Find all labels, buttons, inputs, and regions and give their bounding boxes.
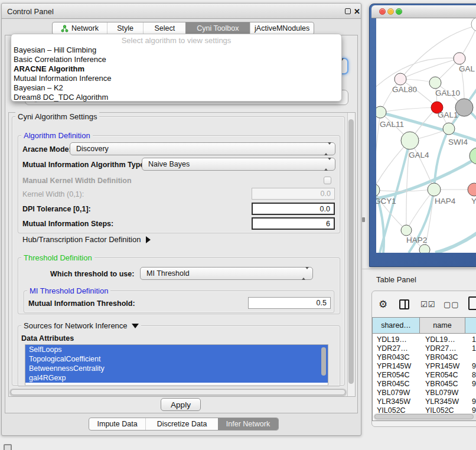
tab-discretize-data[interactable]: Discretize Data (145, 418, 218, 430)
dpi-tolerance-field[interactable]: 0.0 (252, 203, 335, 215)
tab-jactivemnodules[interactable]: jActiveMNodules (250, 22, 314, 34)
page-icon[interactable] (468, 296, 476, 310)
table-row[interactable]: YBL079WYBL079W (373, 388, 476, 397)
tab-infer-network[interactable]: Infer Network (218, 418, 278, 430)
node-bottom-partial[interactable] (419, 244, 430, 253)
close-icon[interactable]: ✕ (354, 7, 360, 16)
mi-threshold-field[interactable]: 0.5 (248, 297, 331, 309)
attributes-vscrollbar-thumb[interactable] (321, 347, 326, 376)
hub-definition-expander[interactable]: Hub/Transcription Factor Definition (22, 235, 151, 244)
list-item-topologicalcoefficient[interactable]: TopologicalCoefficient (25, 354, 328, 364)
stepper-arrows-icon (324, 145, 331, 153)
tab-select[interactable]: Select (143, 22, 185, 34)
table-panel-divider (362, 269, 476, 269)
mi-type-label: Mutual Information Algorithm Type: (22, 161, 146, 169)
control-panel-title: Control Panel (7, 7, 54, 16)
node-label: GAL (459, 64, 475, 73)
threshold-definition-title: Threshold Definition (21, 253, 94, 262)
node-gal80[interactable] (395, 73, 406, 85)
node-gal11[interactable] (376, 106, 386, 118)
column-header-name[interactable]: name (420, 318, 465, 333)
node-swi4[interactable] (443, 123, 455, 135)
columns-icon[interactable] (399, 299, 409, 309)
aracne-mode-combo[interactable]: Discovery (70, 142, 335, 155)
network-graph: GAL GAL80 GAL10 GAL1 GAL11 SWI4 GAL4 GCY… (376, 18, 476, 253)
tab-network[interactable]: Network (53, 22, 107, 34)
list-item-selfloops[interactable]: SelfLoops (25, 345, 328, 354)
network-canvas[interactable]: GAL GAL80 GAL10 GAL1 GAL11 SWI4 GAL4 GCY… (376, 18, 476, 253)
algorithm-dropdown: Select algorithm to view settings Bayesi… (11, 34, 342, 102)
dropdown-item-bayesian-k2[interactable]: Bayesian – K2 (11, 83, 341, 93)
node-hap2[interactable] (401, 225, 412, 236)
column-header-shared-name[interactable]: shared… (373, 318, 420, 333)
dropdown-item-aracne[interactable]: ARACNE Algorithm (11, 64, 341, 74)
expand-right-icon (146, 236, 151, 243)
mi-threshold-group-title: MI Threshold Definition (27, 286, 110, 295)
node-salmon[interactable] (468, 183, 476, 196)
settings-hscrollbar-thumb[interactable] (11, 389, 345, 395)
list-item-gal4rgexp[interactable]: gal4RGexp (25, 373, 328, 383)
control-panel-tabbar: Network Style Select Cyni Toolbox jActiv… (52, 22, 314, 35)
tab-cyni-toolbox[interactable]: Cyni Toolbox (185, 22, 250, 34)
table-row[interactable]: YPR145WYPR145W9. (373, 361, 476, 370)
node-label: Y (471, 197, 476, 206)
node-gal4[interactable] (401, 132, 419, 149)
list-item-betweennesscentrality[interactable]: BetweennessCentrality (25, 364, 328, 373)
node-label: SWI4 (448, 138, 468, 146)
table-row[interactable]: YDL19…YDL19…13 (373, 335, 476, 344)
tab-style[interactable]: Style (107, 22, 143, 34)
bottom-tabbar: Impute Data Discretize Data Infer Networ… (89, 418, 279, 431)
minimize-traffic-light-icon[interactable] (387, 8, 394, 15)
close-traffic-light-icon[interactable] (379, 8, 386, 15)
deselect-all-icon[interactable]: ▢▢ (444, 300, 459, 309)
dropdown-placeholder: Select algorithm to view settings (11, 36, 341, 45)
apply-button[interactable]: Apply (161, 398, 201, 411)
node-gal10[interactable] (429, 77, 441, 89)
dropdown-item-mutual-information[interactable]: Mutual Information Inference (11, 74, 341, 83)
table-row[interactable]: YBR045CYBR045C9. (373, 379, 476, 388)
table-row[interactable]: YLR345WYLR345W9. (373, 397, 476, 406)
node-label: GAL80 (392, 85, 417, 94)
table-panel-title: Table Panel (376, 275, 416, 284)
data-attributes-label: Data Attributes (21, 334, 74, 343)
dpi-tolerance-label: DPI Tolerance [0,1]: (22, 205, 91, 213)
gear-icon[interactable]: ⚙ (379, 298, 387, 311)
panel-splitter-handle[interactable] (362, 217, 365, 222)
control-panel-titlebar[interactable] (2, 4, 361, 19)
dropdown-item-bayesian-hill-climbing[interactable]: Bayesian – Hill Climbing (11, 45, 341, 55)
tab-network-label: Network (71, 24, 99, 32)
node-gcy1[interactable] (376, 184, 380, 197)
node-label: GAL11 (380, 120, 404, 129)
node-label: GAL10 (435, 89, 460, 97)
table-row[interactable]: YER054CYER054C8. (373, 370, 476, 379)
kernel-width-label: Kernel Width (0,1): (22, 190, 84, 198)
table-row[interactable]: YDR27…YDR27…12 (373, 344, 476, 353)
algorithm-definition-title: Algorithm Definition (21, 131, 93, 140)
mi-threshold-label: Mutual Information Threshold: (28, 299, 135, 308)
node-table: shared… name YDL19…YDL19…13 YDR27…YDR27…… (372, 317, 476, 421)
collapse-down-icon (132, 324, 139, 328)
bottom-left-widget-icon[interactable] (4, 444, 12, 450)
node-hap4[interactable] (428, 183, 441, 196)
float-window-icon[interactable] (345, 8, 351, 14)
node-label: HAP4 (435, 197, 456, 206)
table-row[interactable]: YBR043CYBR043C (373, 353, 476, 361)
node-gal-top[interactable] (454, 53, 465, 64)
kernel-width-field[interactable]: 0.0 (252, 188, 335, 200)
which-threshold-combo[interactable]: MI Threshold (140, 267, 313, 280)
dropdown-item-dream8[interactable]: Dream8 DC_TDC Algorithm (11, 93, 341, 102)
zoom-traffic-light-icon[interactable] (396, 8, 402, 15)
tab-impute-data[interactable]: Impute Data (89, 418, 145, 430)
column-header-clipped[interactable] (465, 318, 476, 333)
network-graph-icon (61, 25, 69, 32)
mi-type-combo[interactable]: Naive Bayes (142, 158, 335, 171)
settings-vscrollbar-thumb[interactable] (348, 119, 354, 384)
dropdown-item-basic-correlation[interactable]: Basic Correlation Inference (11, 55, 341, 64)
manual-kernel-checkbox[interactable] (324, 177, 331, 184)
select-all-icon[interactable]: ☑☑ (420, 300, 435, 309)
data-attributes-list: SelfLoops TopologicalCoefficient Between… (25, 344, 328, 386)
node-partial-top[interactable] (471, 18, 476, 31)
mi-steps-field[interactable]: 6 (252, 217, 335, 230)
sources-title[interactable]: Sources for Network Inference (21, 321, 141, 330)
table-hscrollbar-thumb[interactable] (374, 414, 474, 419)
